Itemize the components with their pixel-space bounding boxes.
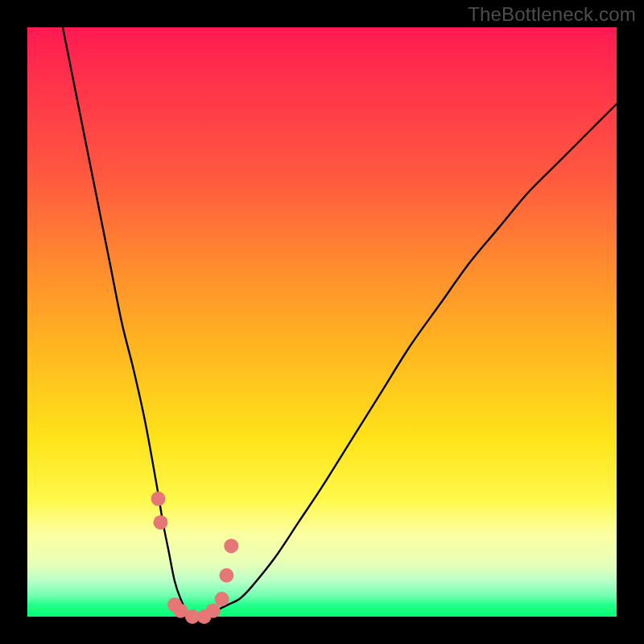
marker-dots [151,492,239,624]
marker-dot [219,568,233,583]
plot-area [27,27,617,617]
chart-frame: TheBottleneck.com [0,0,644,644]
marker-dot [153,515,167,530]
marker-dot [206,604,221,618]
marker-dot [224,539,238,553]
chart-svg [27,27,617,617]
marker-dot [151,492,166,506]
watermark-text: TheBottleneck.com [468,3,636,26]
bottleneck-curve [63,27,617,617]
marker-dot [215,592,229,606]
